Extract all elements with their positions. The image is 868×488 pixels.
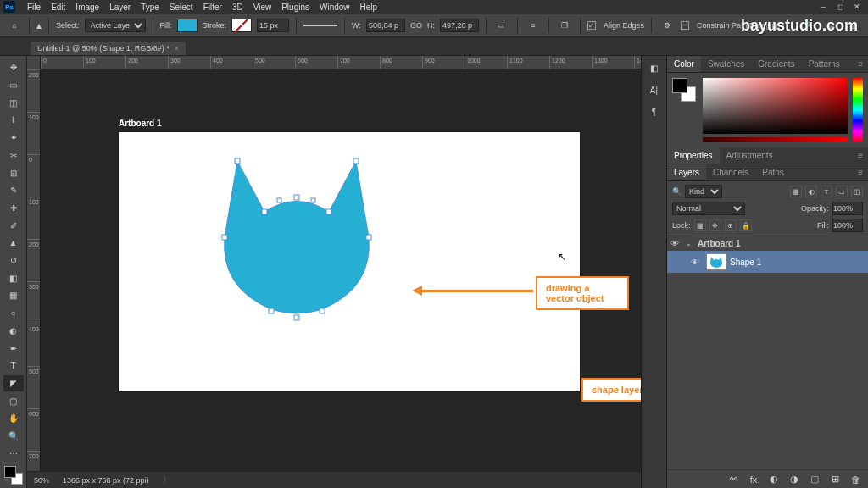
- stamp-tool[interactable]: ▲: [3, 235, 24, 252]
- menu-3d[interactable]: 3D: [227, 3, 248, 12]
- filter-shape-icon[interactable]: ▭: [836, 186, 848, 197]
- artboard[interactable]: ↖ drawing a vector object shape layer: [119, 132, 580, 391]
- stroke-swatch[interactable]: [231, 19, 252, 32]
- select-mode-dropdown[interactable]: Active Layers: [85, 19, 146, 32]
- history-brush-tool[interactable]: ↺: [3, 252, 24, 269]
- minimize-button[interactable]: ─: [815, 1, 831, 13]
- filter-adjust-icon[interactable]: ◐: [805, 186, 817, 197]
- menu-select[interactable]: Select: [164, 3, 198, 12]
- fx-icon[interactable]: fx: [748, 474, 760, 485]
- menu-layer[interactable]: Layer: [104, 3, 136, 12]
- height-input[interactable]: [440, 19, 479, 32]
- tab-color[interactable]: Color: [667, 56, 701, 72]
- color-fg-bg[interactable]: [4, 466, 23, 485]
- layers-panel-menu-icon[interactable]: ≡: [853, 164, 868, 180]
- menu-filter[interactable]: Filter: [198, 3, 227, 12]
- char-panel-icon[interactable]: A|: [643, 80, 665, 100]
- lock-all-icon[interactable]: 🔒: [740, 219, 752, 231]
- canvas-area[interactable]: 0100200300400500600700800900100011001200…: [27, 56, 641, 488]
- new-layer-icon[interactable]: ⊞: [829, 474, 841, 485]
- color-field[interactable]: [703, 78, 848, 134]
- close-button[interactable]: ✕: [849, 1, 865, 13]
- visibility-icon[interactable]: 👁: [691, 258, 703, 267]
- crop-tool[interactable]: ✂: [3, 147, 24, 164]
- align-edges-checkbox[interactable]: ✓: [587, 21, 596, 30]
- opacity-input[interactable]: [832, 202, 863, 215]
- menu-help[interactable]: Help: [355, 3, 383, 12]
- layer-thumbnail[interactable]: [706, 253, 726, 270]
- menu-type[interactable]: Type: [136, 3, 164, 12]
- tab-adjustments[interactable]: Adjustments: [720, 147, 780, 164]
- brush-tool[interactable]: ✐: [3, 217, 24, 234]
- dodge-tool[interactable]: ◐: [3, 323, 24, 340]
- fill-opacity-input[interactable]: [832, 219, 863, 232]
- tab-properties[interactable]: Properties: [667, 147, 720, 164]
- menu-image[interactable]: Image: [70, 3, 104, 12]
- tab-channels[interactable]: Channels: [706, 164, 755, 180]
- panel-fg-bg[interactable]: [672, 78, 698, 142]
- layer-artboard[interactable]: 👁 ⌄ Artboard 1: [667, 236, 868, 251]
- frame-tool[interactable]: ⊞: [3, 164, 24, 181]
- path-ops-icon[interactable]: ▭: [493, 19, 510, 32]
- hue-strip[interactable]: [853, 78, 863, 142]
- lock-pixels-icon[interactable]: ▦: [694, 219, 706, 231]
- gradient-tool[interactable]: ▦: [3, 287, 24, 304]
- stroke-width-input[interactable]: [257, 19, 289, 32]
- move-tool[interactable]: ✥: [3, 59, 24, 76]
- link-wh-icon[interactable]: GO: [410, 21, 422, 30]
- hand-tool[interactable]: ✋: [3, 410, 24, 427]
- tab-swatches[interactable]: Swatches: [701, 56, 751, 72]
- filter-pixel-icon[interactable]: ▦: [790, 186, 802, 197]
- delete-layer-icon[interactable]: 🗑: [849, 474, 861, 485]
- props-panel-menu-icon[interactable]: ≡: [853, 147, 868, 164]
- doc-info[interactable]: 1366 px x 768 px (72 ppi): [63, 476, 149, 485]
- expand-icon[interactable]: ⌄: [686, 240, 694, 247]
- align-icon[interactable]: ≡: [525, 19, 542, 32]
- para-panel-icon[interactable]: ¶: [643, 102, 665, 122]
- eyedropper-tool[interactable]: ✎: [3, 182, 24, 199]
- visibility-icon[interactable]: 👁: [670, 239, 682, 248]
- menu-view[interactable]: View: [248, 3, 277, 12]
- artboard-label[interactable]: Artboard 1: [119, 119, 162, 128]
- home-icon[interactable]: ⌂: [7, 18, 22, 33]
- color-slider[interactable]: [703, 137, 848, 142]
- zoom-tool[interactable]: 🔍: [3, 428, 24, 445]
- lasso-tool[interactable]: ⌇: [3, 112, 24, 129]
- menu-file[interactable]: File: [22, 3, 46, 12]
- adjustment-icon[interactable]: ◑: [788, 474, 800, 485]
- gear-icon[interactable]: ⚙: [659, 19, 676, 32]
- shape-tool[interactable]: ▢: [3, 392, 24, 409]
- document-tab[interactable]: Untitled-1 @ 50% (Shape 1, RGB/8#) * ×: [31, 42, 186, 55]
- tab-patterns[interactable]: Patterns: [802, 56, 847, 72]
- constrain-checkbox[interactable]: [681, 21, 689, 30]
- blend-mode-dropdown[interactable]: Normal: [672, 202, 745, 215]
- path-select-tool[interactable]: ◤: [3, 375, 24, 392]
- edit-toolbar[interactable]: ⋯: [3, 445, 24, 462]
- menu-window[interactable]: Window: [314, 3, 355, 12]
- mask-icon[interactable]: ◐: [768, 474, 780, 485]
- vector-shape[interactable]: [203, 144, 390, 322]
- eraser-tool[interactable]: ◧: [3, 269, 24, 286]
- link-layers-icon[interactable]: ⚯: [727, 474, 739, 485]
- menu-plugins[interactable]: Plugins: [276, 3, 314, 12]
- layer-kind-dropdown[interactable]: Kind: [685, 185, 722, 198]
- menu-edit[interactable]: Edit: [46, 3, 70, 12]
- lock-artboard-icon[interactable]: ⊕: [725, 219, 737, 231]
- arrange-icon[interactable]: ❐: [556, 19, 573, 32]
- tab-paths[interactable]: Paths: [755, 164, 791, 180]
- pen-tool[interactable]: ✒: [3, 340, 24, 357]
- maximize-button[interactable]: ◻: [832, 1, 848, 13]
- marquee-tool[interactable]: ◫: [3, 94, 24, 111]
- close-tab-icon[interactable]: ×: [175, 44, 179, 53]
- arrow-tool-icon[interactable]: ▴: [36, 19, 42, 31]
- color-panel-menu-icon[interactable]: ≡: [853, 56, 868, 72]
- blur-tool[interactable]: ○: [3, 305, 24, 322]
- fill-swatch[interactable]: [177, 19, 198, 32]
- healing-tool[interactable]: ✚: [3, 200, 24, 217]
- artboard-tool[interactable]: ▭: [3, 77, 24, 94]
- filter-smart-icon[interactable]: ◫: [851, 186, 863, 197]
- zoom-level[interactable]: 50%: [34, 476, 49, 485]
- width-input[interactable]: [366, 19, 405, 32]
- stroke-style-preview[interactable]: [303, 25, 337, 26]
- type-tool[interactable]: T: [3, 358, 24, 374]
